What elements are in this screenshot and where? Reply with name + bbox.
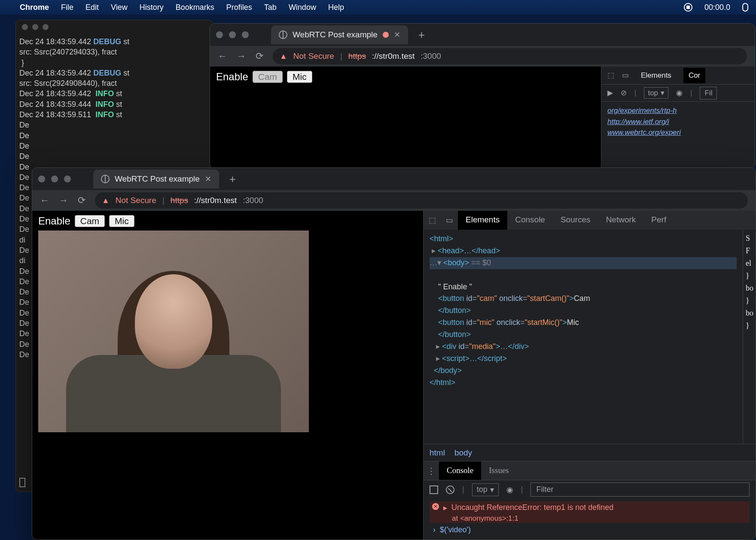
console-filter-input[interactable]: Filter [530,482,750,497]
device-toggle-icon[interactable]: ▭ [441,211,458,230]
url-host: ://str0m.test [372,52,415,61]
new-tab-button[interactable]: + [414,28,429,42]
browser-tab[interactable]: WebRTC Post example ✕ [271,25,408,44]
devtools-tab-elements[interactable]: Elements [637,71,676,80]
eye-icon[interactable]: ◉ [506,485,513,494]
macos-menubar: Chrome File Edit View History Bookmarks … [0,0,756,15]
breadcrumb-html[interactable]: html [430,448,445,458]
traffic-minimize-icon[interactable] [229,31,236,38]
address-bar: ← → ⟳ ▲ Not Secure | https://str0m.test:… [32,190,756,211]
page-content: Enable Cam Mic [32,211,423,540]
clear-icon[interactable]: ⊘ [621,88,627,97]
console-prompt[interactable]: ›$('video') [430,523,750,537]
chrome-window-back[interactable]: WebRTC Post example ✕ + ← → ⟳ ▲ Not Secu… [210,23,755,169]
devtools-tab-console[interactable]: Console [507,211,553,230]
devtools-tab-elements[interactable]: Elements [458,211,507,230]
cam-button[interactable]: Cam [253,71,283,83]
play-icon[interactable]: ▶ [607,88,613,97]
context-selector[interactable]: top▾ [472,483,499,496]
drawer-tab-console[interactable]: Console [439,461,481,480]
tab-title: WebRTC Post example [293,30,378,39]
elements-tree[interactable]: <html> <head>…</head> …<body> == $0 " En… [424,230,743,444]
console-error[interactable]: ✕ ▸ Uncaught ReferenceError: temp1 is no… [430,501,750,514]
inspect-icon[interactable]: ⬚ [424,211,441,230]
close-icon[interactable]: ✕ [394,30,400,39]
traffic-zoom-icon[interactable] [242,31,249,38]
traffic-zoom-icon[interactable] [43,24,49,30]
traffic-close-icon[interactable] [216,31,223,38]
error-message: Uncaught ReferenceError: temp1 is not de… [451,503,613,513]
new-tab-button[interactable]: + [225,173,240,186]
url-input[interactable]: ▲ Not Secure | https://str0m.test:3000 [95,192,748,209]
device-toggle-icon[interactable]: ▭ [622,71,629,80]
back-button[interactable]: ← [218,51,227,62]
menu-profiles[interactable]: Profiles [226,3,252,12]
forward-button[interactable]: → [59,195,68,206]
styles-panel[interactable]: SFel}bo}bo} [743,230,756,444]
menu-window[interactable]: Window [289,3,316,12]
filter-input[interactable]: Fil [700,87,717,100]
menu-bookmarks[interactable]: Bookmarks [176,3,214,12]
terminal-cursor [19,478,25,487]
menu-file[interactable]: File [61,3,73,12]
warning-icon: ▲ [102,196,110,205]
traffic-close-icon[interactable] [38,176,45,182]
clear-icon[interactable] [446,485,454,494]
menu-help[interactable]: Help [328,3,344,12]
play-icon[interactable] [430,485,438,494]
reload-button[interactable]: ⟳ [256,51,263,62]
menubar-appname[interactable]: Chrome [20,3,49,12]
elements-breadcrumb[interactable]: html body [424,444,756,461]
drawer-menu-icon[interactable]: ⋮ [424,461,439,480]
mic-button[interactable]: Mic [109,215,134,227]
traffic-zoom-icon[interactable] [64,176,71,182]
security-label: Not Secure [116,196,156,205]
devtools-back[interactable]: ⬚ ▭ Elements Cor ▶ ⊘ | top ▾ ◉ | Fil org… [601,67,755,169]
cam-button[interactable]: Cam [75,215,105,227]
menu-edit[interactable]: Edit [85,3,99,12]
menu-tab[interactable]: Tab [264,3,277,12]
mic-button[interactable]: Mic [287,71,312,83]
menu-view[interactable]: View [111,3,128,12]
url-host: ://str0m.test [194,196,237,205]
browser-tab[interactable]: WebRTC Post example ✕ [93,170,219,188]
chrome-window-front[interactable]: WebRTC Post example ✕ + ← → ⟳ ▲ Not Secu… [32,167,756,540]
reload-button[interactable]: ⟳ [78,195,85,206]
warning-icon: ▲ [280,52,287,61]
tab-title: WebRTC Post example [115,174,200,184]
url-scheme: https [171,196,188,205]
error-icon: ✕ [432,503,439,510]
video-element[interactable] [38,231,309,432]
context-selector[interactable]: top ▾ [644,87,668,99]
inspect-icon[interactable]: ⬚ [607,71,614,80]
console-output[interactable]: ✕ ▸ Uncaught ReferenceError: temp1 is no… [424,499,756,540]
globe-icon [279,30,287,39]
url-input[interactable]: ▲ Not Secure | https://str0m.test:3000 [273,48,747,64]
error-stack: at <anonymous>:1:1 [430,514,750,523]
devtools-tab-performance[interactable]: Perf [643,211,674,230]
enable-label: Enable [38,215,70,227]
terminal-titlebar[interactable] [16,20,213,34]
drawer-tab-issues[interactable]: Issues [481,461,516,480]
devtools-front[interactable]: ⬚ ▭ Elements Console Sources Network Per… [423,211,756,540]
eye-icon[interactable]: ◉ [676,88,683,97]
devtools-tab-console[interactable]: Cor [683,68,705,83]
traffic-minimize-icon[interactable] [32,24,38,30]
breadcrumb-body[interactable]: body [454,448,472,458]
traffic-minimize-icon[interactable] [51,176,58,182]
menu-history[interactable]: History [140,3,164,12]
security-label: Not Secure [293,52,334,61]
close-icon[interactable]: ✕ [205,174,211,184]
devtools-tab-network[interactable]: Network [598,211,644,230]
traffic-close-icon[interactable] [22,24,28,30]
microphone-icon[interactable] [742,3,748,12]
enable-label: Enable [216,71,248,83]
page-content: Enable Cam Mic [210,67,601,169]
console-links: org/experiments/rtp-h http://www.ietf.or… [601,102,755,142]
devtools-tab-sources[interactable]: Sources [553,211,598,230]
tab-bar: WebRTC Post example ✕ + [210,24,755,46]
back-button[interactable]: ← [40,195,49,206]
forward-button[interactable]: → [237,51,246,62]
screen-record-icon[interactable] [684,3,692,12]
url-scheme: https [348,52,366,61]
